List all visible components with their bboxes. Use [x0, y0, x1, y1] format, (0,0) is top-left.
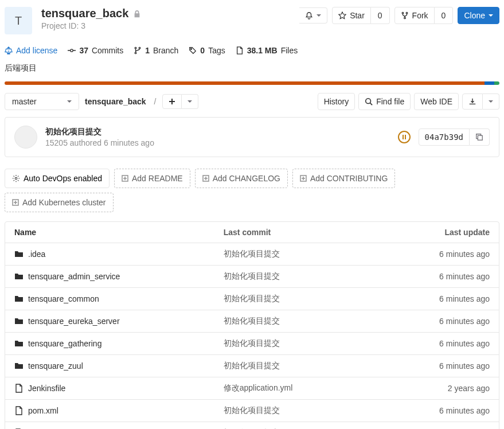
- project-description: 后端项目: [5, 60, 499, 81]
- folder-icon: [14, 272, 24, 281]
- find-file-button[interactable]: Find file: [358, 93, 411, 110]
- svg-point-7: [191, 49, 192, 50]
- table-header-update: Last update: [404, 228, 490, 237]
- file-last-update: 6 minutes ago: [404, 294, 490, 303]
- svg-point-5: [139, 47, 140, 49]
- table-row: tensquare_gathering初始化项目提交6 minutes ago: [5, 333, 499, 355]
- file-last-update: 6 minutes ago: [404, 317, 490, 326]
- folder-icon: [14, 317, 24, 326]
- file-icon: [14, 406, 24, 415]
- auto-devops-button[interactable]: Auto DevOps enabled: [5, 169, 110, 188]
- star-button[interactable]: Star: [332, 7, 371, 24]
- file-name[interactable]: tensquare_eureka_server: [14, 317, 224, 326]
- file-last-commit[interactable]: 初始化项目提交: [224, 361, 404, 371]
- star-count[interactable]: 0: [371, 7, 390, 24]
- branch-selector[interactable]: master: [5, 93, 79, 110]
- language-segment[interactable]: [5, 81, 485, 85]
- file-last-commit[interactable]: 初始化项目提交: [224, 316, 404, 326]
- project-avatar: T: [5, 7, 32, 34]
- pipeline-status-pending-icon[interactable]: [398, 131, 411, 143]
- file-name[interactable]: pom.xml: [14, 406, 224, 415]
- copy-sha-button[interactable]: [470, 128, 490, 146]
- commits-stat[interactable]: 37 Commits: [68, 46, 123, 55]
- file-last-commit[interactable]: 初始化项目提交: [224, 294, 404, 304]
- commit-author-avatar[interactable]: [14, 126, 37, 149]
- table-header-name: Name: [14, 228, 224, 237]
- language-segment[interactable]: [485, 81, 494, 85]
- file-name[interactable]: tensquare_zuul: [14, 361, 224, 370]
- svg-point-6: [135, 52, 136, 54]
- project-title: tensquare_back: [41, 7, 128, 20]
- add-contributing-button[interactable]: Add CONTRIBUTING: [292, 169, 395, 188]
- breadcrumb-separator: /: [152, 97, 159, 106]
- svg-point-0: [402, 12, 404, 14]
- clone-button[interactable]: Clone: [458, 7, 499, 24]
- table-row: pom.xml初始化项目提交6 minutes ago: [5, 400, 499, 422]
- file-last-commit[interactable]: 初始化项目提交: [224, 249, 404, 259]
- lock-icon: [133, 10, 141, 18]
- svg-point-1: [406, 12, 408, 14]
- download-button[interactable]: [462, 93, 483, 110]
- notifications-button[interactable]: [299, 7, 327, 24]
- web-ide-button[interactable]: Web IDE: [414, 93, 459, 110]
- fork-count[interactable]: 0: [435, 7, 454, 24]
- file-last-commit[interactable]: 初始化项目提交: [224, 271, 404, 282]
- folder-icon: [14, 249, 24, 259]
- file-tree-table: Name Last commit Last update .idea初始化项目提…: [5, 221, 499, 429]
- file-last-update: 6 minutes ago: [404, 406, 490, 415]
- commit-meta: 15205 authored 6 minutes ago: [45, 138, 390, 147]
- table-header-commit: Last commit: [224, 228, 404, 237]
- file-last-update: 6 minutes ago: [404, 249, 490, 259]
- project-id: Project ID: 3: [41, 21, 299, 30]
- table-row: .idea初始化项目提交6 minutes ago: [5, 243, 499, 266]
- svg-point-10: [15, 177, 17, 180]
- svg-point-2: [404, 17, 405, 19]
- file-name[interactable]: tensquare_gathering: [14, 339, 224, 348]
- add-kubernetes-button[interactable]: Add Kubernetes cluster: [5, 193, 114, 212]
- table-row: tensquare_admin_service初始化项目提交6 minutes …: [5, 266, 499, 288]
- table-row: tensquare_parent.iml初始化项目提交6 minutes ago: [5, 422, 499, 429]
- tags-stat[interactable]: 0 Tags: [189, 46, 225, 55]
- folder-icon: [14, 294, 24, 303]
- svg-point-3: [71, 49, 73, 52]
- add-license-link[interactable]: Add license: [5, 46, 57, 55]
- language-segment[interactable]: [494, 81, 499, 85]
- file-name[interactable]: Jenkinsfile: [14, 384, 224, 393]
- file-last-commit[interactable]: 修改application.yml: [224, 383, 404, 393]
- commit-sha[interactable]: 04a7b39d: [419, 128, 470, 146]
- file-icon: [14, 384, 24, 393]
- file-name[interactable]: .idea: [14, 249, 224, 259]
- svg-rect-9: [478, 135, 482, 140]
- language-bar[interactable]: [5, 81, 499, 85]
- file-last-update: 2 years ago: [404, 384, 490, 393]
- add-readme-button[interactable]: Add README: [114, 169, 190, 188]
- file-last-commit[interactable]: 初始化项目提交: [224, 338, 404, 349]
- add-file-button[interactable]: [162, 94, 182, 109]
- folder-icon: [14, 361, 24, 370]
- file-last-update: 6 minutes ago: [404, 361, 490, 370]
- file-last-update: 6 minutes ago: [404, 339, 490, 348]
- add-file-dropdown[interactable]: [182, 94, 198, 109]
- table-row: Jenkinsfile修改application.yml2 years ago: [5, 377, 499, 400]
- breadcrumb[interactable]: tensquare_back: [83, 97, 149, 106]
- commit-message[interactable]: 初始化项目提交: [45, 127, 390, 137]
- table-row: tensquare_eureka_server初始化项目提交6 minutes …: [5, 310, 499, 333]
- history-button[interactable]: History: [318, 93, 355, 110]
- table-row: tensquare_zuul初始化项目提交6 minutes ago: [5, 355, 499, 377]
- file-name[interactable]: tensquare_admin_service: [14, 272, 224, 281]
- svg-point-8: [366, 99, 371, 104]
- download-dropdown[interactable]: [483, 93, 499, 110]
- svg-point-4: [135, 47, 136, 49]
- file-last-commit[interactable]: 初始化项目提交: [224, 405, 404, 416]
- files-size-stat[interactable]: 38.1 MB Files: [236, 46, 298, 55]
- file-name[interactable]: tensquare_common: [14, 294, 224, 303]
- branches-stat[interactable]: 1 Branch: [134, 46, 178, 55]
- table-row: tensquare_common初始化项目提交6 minutes ago: [5, 288, 499, 310]
- file-last-update: 6 minutes ago: [404, 272, 490, 281]
- add-changelog-button[interactable]: Add CHANGELOG: [195, 169, 288, 188]
- folder-icon: [14, 339, 24, 348]
- fork-button[interactable]: Fork: [394, 7, 435, 24]
